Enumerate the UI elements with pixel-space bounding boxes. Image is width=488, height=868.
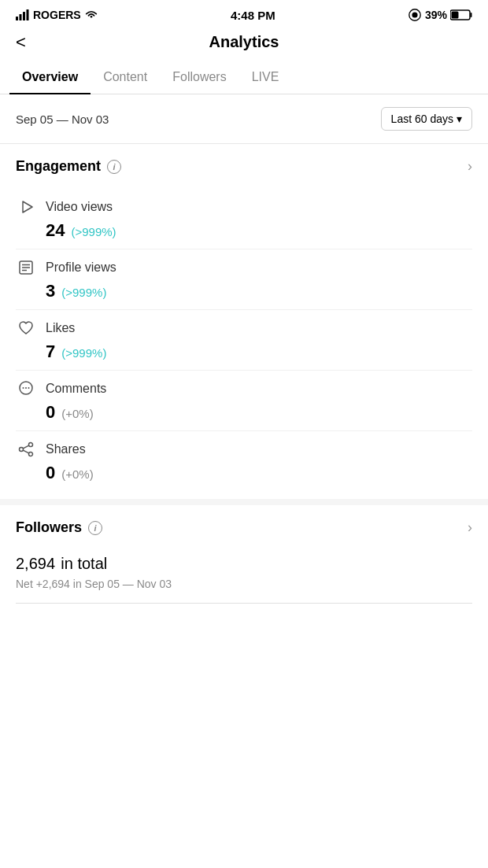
- tab-followers[interactable]: Followers: [160, 61, 238, 94]
- tab-bar: Overview Content Followers LIVE: [0, 61, 488, 94]
- metric-row-likes: Likes 7 (>999%): [16, 310, 472, 371]
- svg-point-5: [412, 12, 417, 17]
- svg-rect-1: [20, 14, 22, 20]
- comments-change: (+0%): [61, 407, 93, 420]
- svg-line-21: [23, 445, 28, 449]
- svg-rect-2: [23, 12, 25, 20]
- profile-views-value: 3: [46, 281, 55, 301]
- carrier-name: ROGERS: [33, 9, 81, 21]
- video-views-value: 24: [46, 220, 65, 241]
- followers-chevron-icon[interactable]: ›: [468, 519, 472, 536]
- engagement-section: Engagement i › Video views 24 (>999%): [0, 144, 488, 491]
- svg-point-20: [20, 448, 24, 452]
- svg-rect-8: [451, 12, 458, 19]
- battery-percent: 39%: [425, 9, 447, 21]
- battery-icon: [450, 9, 472, 20]
- svg-rect-3: [27, 9, 29, 20]
- back-button[interactable]: <: [16, 32, 26, 53]
- date-dropdown[interactable]: Last 60 days ▾: [381, 107, 472, 131]
- metric-row-video-views: Video views 24 (>999%): [16, 189, 472, 249]
- followers-header: Followers i ›: [16, 519, 472, 536]
- section-divider: [0, 499, 488, 505]
- svg-point-16: [25, 387, 27, 389]
- engagement-title-wrap: Engagement i: [16, 158, 121, 175]
- metric-row-comments: Comments 0 (+0%): [16, 371, 472, 431]
- svg-rect-7: [470, 13, 471, 17]
- followers-title: Followers: [16, 519, 82, 536]
- svg-point-18: [29, 443, 33, 447]
- metric-row-shares: Shares 0 (+0%): [16, 431, 472, 491]
- tab-live[interactable]: LIVE: [239, 61, 292, 94]
- followers-total: 2,694 in total: [16, 550, 472, 574]
- engagement-chevron-icon[interactable]: ›: [468, 158, 472, 175]
- shares-value: 0: [46, 463, 55, 483]
- likes-change: (>999%): [61, 346, 106, 360]
- tab-overview[interactable]: Overview: [9, 61, 91, 94]
- comments-label: Comments: [46, 382, 106, 396]
- comments-icon: [16, 379, 36, 399]
- engagement-info-icon[interactable]: i: [107, 160, 121, 174]
- status-carrier: ROGERS: [16, 9, 98, 21]
- profile-views-icon: [16, 257, 36, 278]
- followers-total-label: in total: [61, 555, 107, 572]
- followers-net-text: Net +2,694 in Sep 05 — Nov 03: [16, 578, 472, 590]
- wifi-icon: [84, 9, 98, 20]
- followers-info-icon[interactable]: i: [88, 521, 102, 535]
- profile-views-label: Profile views: [46, 260, 116, 275]
- video-views-label: Video views: [46, 200, 113, 214]
- video-views-change: (>999%): [71, 225, 116, 238]
- svg-point-17: [28, 387, 30, 389]
- likes-label: Likes: [46, 321, 75, 335]
- header: < Analytics: [0, 27, 488, 61]
- date-dropdown-label: Last 60 days: [391, 113, 453, 125]
- bottom-divider: [16, 603, 472, 604]
- screen-record-icon: [408, 8, 422, 22]
- page-title: Analytics: [209, 33, 279, 51]
- followers-total-value: 2,694: [16, 555, 55, 572]
- svg-point-19: [29, 452, 33, 456]
- svg-line-22: [23, 450, 28, 453]
- video-views-icon: [16, 197, 36, 217]
- profile-views-change: (>999%): [61, 286, 106, 299]
- likes-icon: [16, 318, 36, 338]
- engagement-header: Engagement i ›: [16, 158, 472, 175]
- status-time: 4:48 PM: [231, 9, 275, 22]
- signal-icon: [16, 9, 30, 20]
- chevron-down-icon: ▾: [457, 113, 462, 125]
- shares-label: Shares: [46, 442, 86, 456]
- svg-rect-0: [16, 17, 18, 20]
- likes-value: 7: [46, 342, 55, 362]
- metric-row-profile-views: Profile views 3 (>999%): [16, 249, 472, 310]
- shares-change: (+0%): [61, 467, 93, 481]
- date-range-text: Sep 05 — Nov 03: [16, 113, 109, 126]
- comments-value: 0: [46, 402, 55, 423]
- status-bar: ROGERS 4:48 PM 39%: [0, 0, 488, 27]
- svg-point-15: [23, 387, 24, 389]
- engagement-title: Engagement: [16, 158, 101, 175]
- tab-content[interactable]: Content: [91, 61, 160, 94]
- date-row: Sep 05 — Nov 03 Last 60 days ▾: [0, 94, 488, 144]
- followers-section: Followers i › 2,694 in total Net +2,694 …: [0, 505, 488, 611]
- status-battery: 39%: [408, 8, 472, 22]
- svg-marker-9: [23, 201, 32, 212]
- followers-title-wrap: Followers i: [16, 519, 102, 536]
- shares-icon: [16, 439, 36, 460]
